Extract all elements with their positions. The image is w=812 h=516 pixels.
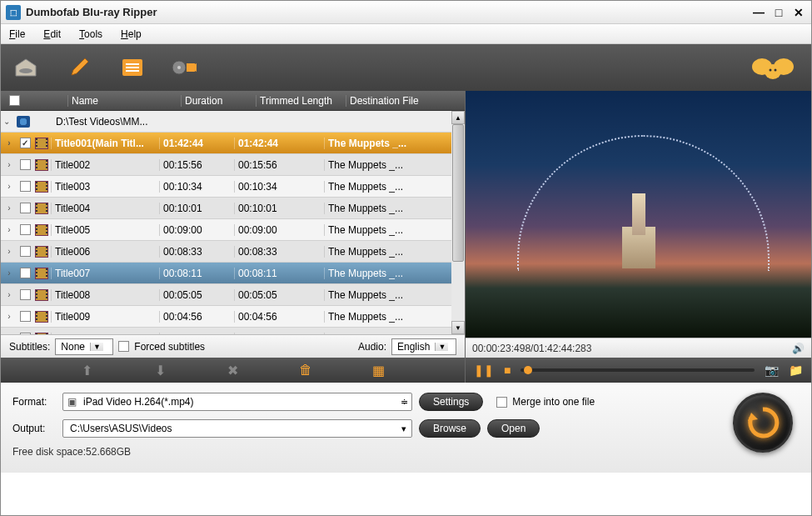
row-duration: 01:42:44 [159,138,234,149]
row-checkbox[interactable] [20,246,31,257]
row-destination: The Muppets _... [324,246,465,258]
convert-tool-button[interactable] [171,53,201,83]
scroll-thumb[interactable] [452,124,464,262]
move-down-button[interactable]: ⬇ [150,363,170,378]
table-row[interactable]: ›✓Title001(Main Titl...01:42:4401:42:44T… [1,133,465,154]
merge-checkbox[interactable] [496,397,507,408]
table-row[interactable]: ›Title00600:08:3300:08:33The Muppets _..… [1,241,465,263]
list-button[interactable] [117,53,147,83]
col-destination[interactable]: Destination File [346,95,451,107]
table-row[interactable]: ›Title00900:04:5600:04:56The Muppets _..… [1,306,465,328]
row-duration: 00:05:05 [159,289,234,301]
expand-source-icon[interactable]: ⌄ [1,117,12,126]
row-checkbox[interactable] [20,289,31,300]
source-path: D:\Test Videos\MM... [52,116,465,128]
row-name: Title002 [51,159,159,171]
output-dropdown-icon[interactable]: ▾ [396,423,411,434]
clip-button[interactable]: ▦ [368,363,388,378]
audio-label: Audio: [358,341,386,353]
row-trimmed: 00:04:56 [234,311,324,323]
menu-edit[interactable]: Edit [43,28,61,40]
edit-button[interactable] [64,53,94,83]
table-row[interactable]: ›Title00500:09:0000:09:00The Muppets _..… [1,219,465,241]
row-checkbox[interactable] [20,203,31,213]
expand-row-icon[interactable]: › [1,290,17,299]
table-row[interactable]: ›Title00400:10:0100:10:01The Muppets _..… [1,198,465,219]
source-row[interactable]: ⌄ D:\Test Videos\MM... [1,111,465,133]
close-button[interactable]: ✕ [791,6,806,19]
row-duration: 00:04:56 [159,311,234,323]
scroll-up-button[interactable]: ▲ [451,111,465,124]
forced-subtitles-checkbox[interactable] [118,341,129,352]
snapshot-button[interactable]: 📷 [765,363,779,377]
row-trimmed: 00:15:56 [234,159,324,171]
scroll-down-button[interactable]: ▼ [451,321,465,334]
row-checkbox[interactable] [20,224,31,235]
subtitles-combo[interactable]: None▼ [55,338,113,355]
expand-row-icon[interactable]: › [1,225,17,234]
pause-button[interactable]: ❚❚ [474,363,494,377]
output-combo[interactable]: C:\Users\ASUS\Videos ▾ [62,419,412,438]
remove-button[interactable]: ✖ [222,363,242,378]
expand-row-icon[interactable]: › [1,138,17,148]
row-trimmed: 00:10:34 [234,181,324,193]
select-all-checkbox[interactable] [9,95,20,106]
table-row[interactable]: ›Title01000:04:4300:04:43The Muppets _..… [1,328,465,334]
row-destination: The Muppets _... [324,138,465,149]
expand-row-icon[interactable]: › [1,203,17,213]
expand-row-icon[interactable]: › [1,333,17,334]
convert-button[interactable] [733,393,793,453]
expand-row-icon[interactable]: › [1,182,17,191]
audio-combo[interactable]: English▼ [391,338,456,355]
row-destination: The Muppets _... [324,268,465,279]
format-combo[interactable]: ▣ iPad Video H.264(*.mp4) ≑ [62,393,412,411]
expand-row-icon[interactable]: › [1,160,17,169]
row-name: Title005 [51,224,159,236]
row-trimmed: 00:04:43 [234,333,324,335]
settings-button[interactable]: Settings [419,393,483,411]
table-row[interactable]: ›Title00300:10:3400:10:34The Muppets _..… [1,176,465,198]
stop-button[interactable]: ■ [504,363,511,377]
row-name: Title004 [51,203,159,214]
row-checkbox[interactable] [20,181,31,192]
maximize-button[interactable]: □ [771,6,786,19]
table-row[interactable]: ›Title00800:05:0500:05:05The Muppets _..… [1,284,465,306]
volume-icon[interactable]: 🔊 [792,343,805,354]
minimize-button[interactable]: — [751,6,766,19]
trash-button[interactable]: 🗑 [296,363,316,378]
title-list-pane: Name Duration Trimmed Length Destination… [1,91,466,383]
row-name: Title003 [51,181,159,193]
row-checkbox[interactable] [20,268,31,278]
browse-button[interactable]: Browse [419,419,481,438]
row-checkbox[interactable] [20,159,31,170]
row-name: Title008 [51,289,159,301]
col-trimmed[interactable]: Trimmed Length [256,95,346,107]
open-button[interactable]: Open [487,419,540,438]
row-checkbox[interactable] [20,311,31,322]
expand-row-icon[interactable]: › [1,312,17,321]
expand-row-icon[interactable]: › [1,268,17,278]
col-name[interactable]: Name [67,95,181,107]
table-row[interactable]: ›Title00700:08:1100:08:11The Muppets _..… [1,263,465,284]
row-name: Title007 [51,268,159,279]
row-trimmed: 00:09:00 [234,224,324,236]
seek-handle[interactable] [524,366,532,374]
folder-button[interactable]: 📁 [789,363,803,377]
row-checkbox[interactable] [20,333,31,334]
titlebar: ⬚ Dumbofab Blu-ray Ripper — □ ✕ [1,1,811,24]
move-up-button[interactable]: ⬆ [77,363,97,378]
row-checkbox[interactable]: ✓ [20,138,31,148]
menu-tools[interactable]: Tools [79,28,102,40]
load-disc-button[interactable] [11,53,41,83]
video-preview[interactable] [466,91,811,338]
seek-bar[interactable] [521,368,755,372]
disc-icon [17,116,30,128]
menu-help[interactable]: Help [121,28,142,40]
expand-row-icon[interactable]: › [1,247,17,256]
menu-file[interactable]: File [9,28,25,40]
film-icon [35,138,48,149]
format-dropdown-icon[interactable]: ≑ [396,397,411,408]
table-row[interactable]: ›Title00200:15:5600:15:56The Muppets _..… [1,154,465,176]
table-scrollbar[interactable]: ▲ ▼ [451,111,465,334]
col-duration[interactable]: Duration [181,95,256,107]
